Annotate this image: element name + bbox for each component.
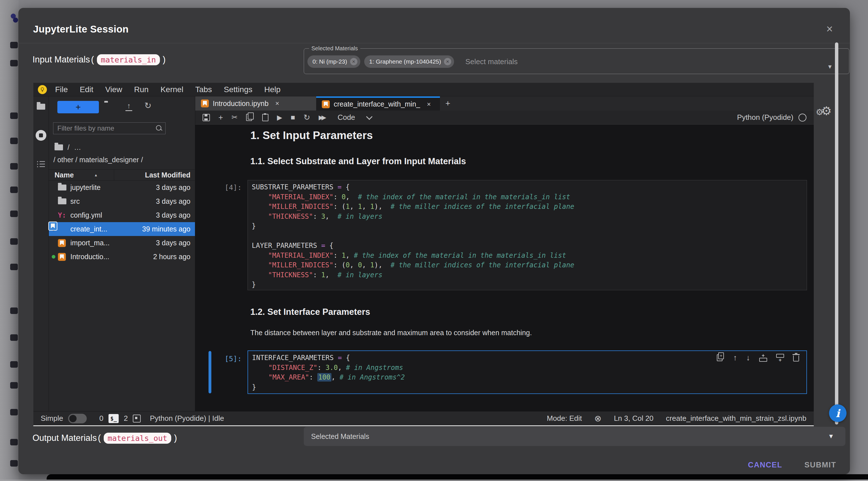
restart-run-all-icon[interactable]: ▶▶ xyxy=(319,114,327,121)
background-app-icon xyxy=(10,409,18,415)
code-cell-5-active[interactable]: INTERFACE_PARAMETERS = { "DISTANCE_Z": 3… xyxy=(248,351,807,394)
copy-icon[interactable] xyxy=(246,114,252,121)
run-icon[interactable]: ▶ xyxy=(277,114,282,122)
background-app-icon xyxy=(10,211,18,217)
paren: ( xyxy=(98,433,101,443)
cancel-button[interactable]: CANCEL xyxy=(748,461,782,470)
cell-collapser[interactable] xyxy=(209,351,211,393)
kernel-chip-icon[interactable] xyxy=(133,415,141,422)
running-sessions-icon[interactable] xyxy=(36,130,46,141)
code-cell-4[interactable]: SUBSTRATE_PARAMETERS = { "MATERIAL_INDEX… xyxy=(248,180,807,290)
select-materials-placeholder[interactable]: Select materials xyxy=(465,57,518,66)
file-browser-tab-icon[interactable] xyxy=(37,104,45,110)
cursor-position[interactable]: Ln 3, Col 20 xyxy=(614,414,654,423)
simple-mode-toggle[interactable] xyxy=(68,414,87,423)
material-chip[interactable]: 1: Graphene (mp-1040425) × xyxy=(364,55,454,68)
close-tab-icon[interactable]: × xyxy=(427,100,431,108)
menu-edit[interactable]: Edit xyxy=(74,85,99,94)
mode-indicator[interactable]: Mode: Edit xyxy=(547,414,582,423)
breadcrumb-root[interactable]: / xyxy=(67,143,69,151)
background-app-icon xyxy=(10,113,18,119)
active-filename: create_interface_with_min_strain_zsl.ipy… xyxy=(666,414,806,423)
sort-ascending-icon[interactable]: ▲ xyxy=(94,173,98,177)
modal-scrollbar[interactable] xyxy=(835,42,838,424)
output-materials-select[interactable]: Selected Materials ▼ xyxy=(304,427,845,446)
background-app-edge xyxy=(0,480,868,481)
close-tab-icon[interactable]: × xyxy=(275,99,279,108)
column-name[interactable]: Name xyxy=(55,171,74,179)
stop-icon[interactable]: ■ xyxy=(291,113,295,122)
move-cell-up-icon[interactable]: ↑ xyxy=(733,353,737,362)
move-cell-down-icon[interactable]: ↓ xyxy=(746,353,750,362)
yaml-file-icon: Y: xyxy=(58,211,66,219)
file-filter-input[interactable] xyxy=(53,123,165,134)
refresh-icon[interactable]: ↻ xyxy=(144,101,151,110)
property-inspector-icon[interactable] xyxy=(37,161,45,168)
home-folder-icon[interactable] xyxy=(55,144,63,150)
terminal-icon[interactable]: $_ xyxy=(108,414,119,423)
file-list-header: Name ▲ Last Modified xyxy=(49,169,195,181)
notification-shield-icon[interactable]: ⊗ xyxy=(594,414,601,423)
menu-tabs[interactable]: Tabs xyxy=(189,85,218,94)
notebook-file-icon xyxy=(48,221,57,231)
background-app-icon xyxy=(10,60,18,66)
submit-button[interactable]: SUBMIT xyxy=(804,461,836,470)
info-button[interactable]: i xyxy=(829,404,846,422)
new-tab-icon[interactable]: + xyxy=(440,96,456,111)
notebook-toolbar: + ✂ ▶ ■ ↻ ▶▶ Code Python (Pyodid xyxy=(195,111,814,125)
paste-icon[interactable] xyxy=(262,114,269,121)
background-app-icon xyxy=(10,460,18,467)
markdown-heading: 1.2. Set Interface Parameters xyxy=(250,307,370,317)
file-row-selected[interactable]: create_int... 39 minutes ago xyxy=(49,222,195,236)
material-chip[interactable]: 0: Ni (mp-23) × xyxy=(307,55,360,68)
new-folder-icon[interactable]: + xyxy=(104,102,112,109)
running-kernel-dot xyxy=(52,255,55,259)
menu-kernel[interactable]: Kernel xyxy=(155,85,189,94)
kernel-indicator[interactable]: Python (Pyodide) xyxy=(737,113,806,122)
search-icon xyxy=(156,125,161,130)
upload-icon[interactable]: ↑ xyxy=(125,102,133,111)
cell-prompt: [4]: xyxy=(225,183,242,191)
file-list: jupyterlite 3 days ago src 3 days ago Y:… xyxy=(49,181,195,264)
delete-cell-icon[interactable] xyxy=(793,356,799,361)
chip-remove-icon[interactable]: × xyxy=(350,58,358,65)
menu-file[interactable]: File xyxy=(49,85,74,94)
menu-run[interactable]: Run xyxy=(128,85,155,94)
selected-materials-field[interactable]: Selected Materials 0: Ni (mp-23) × 1: Gr… xyxy=(304,45,849,74)
kernel-status-text[interactable]: Python (Pyodide) | Idle xyxy=(150,414,224,423)
file-row[interactable]: src 3 days ago xyxy=(49,194,195,208)
column-last-modified[interactable]: Last Modified xyxy=(145,171,190,179)
file-row[interactable]: jupyterlite 3 days ago xyxy=(49,181,195,194)
save-icon[interactable] xyxy=(203,114,210,121)
notebook-content[interactable]: 1. Set Input Parameters 1.1. Select Subs… xyxy=(195,125,814,411)
terminals-count: 0 xyxy=(99,414,103,423)
file-row[interactable]: Introductio... 2 hours ago xyxy=(49,250,195,264)
file-row[interactable]: import_ma... 3 days ago xyxy=(49,236,195,250)
cut-icon[interactable]: ✂ xyxy=(231,113,238,122)
breadcrumb-path[interactable]: / other / materials_designer / xyxy=(53,156,143,164)
add-cell-icon[interactable]: + xyxy=(218,113,223,122)
new-launcher-button[interactable]: + xyxy=(57,101,99,113)
menu-settings[interactable]: Settings xyxy=(218,85,258,94)
folder-icon xyxy=(58,199,66,204)
restart-kernel-icon[interactable]: ↻ xyxy=(304,113,310,122)
breadcrumb-ellipsis[interactable]: … xyxy=(74,143,81,151)
menu-help[interactable]: Help xyxy=(258,85,286,94)
insert-cell-below-icon[interactable]: + xyxy=(776,354,784,362)
tab-introduction[interactable]: Introduction.ipynb × xyxy=(195,96,316,111)
markdown-paragraph: The distance between layer and substrate… xyxy=(250,329,532,337)
jupyterlab-menubar: File Edit View Run Kernel Tabs Settings … xyxy=(33,83,814,96)
chip-remove-icon[interactable]: × xyxy=(444,58,451,65)
chevron-down-icon[interactable]: ▼ xyxy=(827,64,833,70)
insert-cell-above-icon[interactable]: + xyxy=(759,354,767,362)
duplicate-cell-icon[interactable] xyxy=(717,354,722,361)
cell-type-dropdown[interactable]: Code xyxy=(338,113,372,122)
dialog-title: JupyterLite Session xyxy=(33,24,129,35)
file-row[interactable]: Y: config.yml 3 days ago xyxy=(49,208,195,222)
menu-view[interactable]: View xyxy=(99,85,128,94)
settings-gears-icon[interactable]: ⚙⚙ xyxy=(816,104,836,118)
paren: ) xyxy=(163,55,165,65)
close-icon[interactable]: × xyxy=(822,22,837,36)
tab-create-interface[interactable]: create_interface_with_min_ × xyxy=(316,96,440,111)
background-app-icon xyxy=(10,361,18,368)
